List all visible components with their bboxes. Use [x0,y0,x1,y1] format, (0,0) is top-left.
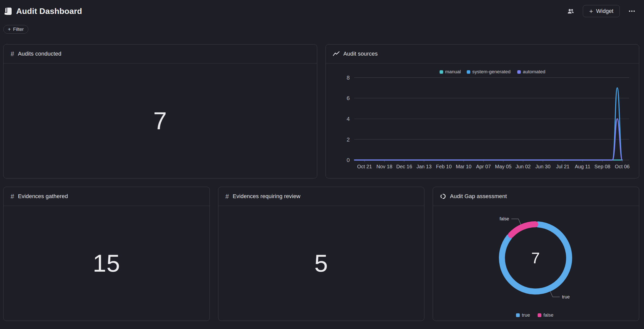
x-tick-label: Apr 07 [476,164,491,169]
legend-swatch [440,70,443,74]
slice-leader [512,219,521,225]
plus-icon: + [8,27,11,32]
hash-icon: # [225,193,229,200]
donut-segment-false[interactable] [511,224,535,235]
x-tick-label: Dec 16 [396,164,412,169]
widget-title: Audit sources [343,51,378,57]
widget-header: # Evidences gathered [4,187,210,206]
y-tick-label: 4 [347,116,350,122]
widget-body: 7 [4,63,317,178]
x-tick-label: Oct 06 [615,164,630,169]
widget-evidences-requiring-review: # Evidences requiring review 5 [218,187,425,321]
book-icon [4,7,13,15]
series-line-system-generated[interactable] [354,88,622,160]
widget-body: 02468Oct 21Nov 18Dec 16Jan 13Feb 10Mar 1… [326,63,639,178]
y-tick-label: 6 [347,95,350,101]
topbar-actions: + Widget [566,5,636,17]
widget-header: Audit Gap assessment [433,187,639,206]
x-tick-label: Mar 10 [456,164,471,169]
filter-row: + Filter [0,22,644,34]
legend-swatch [517,70,521,74]
x-tick-label: Jun 30 [535,164,550,169]
dashboard-grid: # Audits conducted 7 Audit sources 02468… [3,44,639,321]
filter-button[interactable]: + Filter [3,25,28,34]
widget-body: 5 [218,206,424,321]
widget-audits-conducted: # Audits conducted 7 [3,44,317,178]
widget-header: # Audits conducted [4,44,317,63]
slice-label-true: true [562,294,570,299]
hash-icon: # [11,193,14,200]
widget-header: # Evidences requiring review [218,187,424,206]
x-tick-label: Sep 08 [594,164,610,169]
hash-icon: # [11,51,14,57]
widget-title: Evidences gathered [18,193,68,200]
widget-title: Audit Gap assessment [450,193,507,200]
widget-title: Evidences requiring review [233,193,301,200]
widget-audit-sources: Audit sources 02468Oct 21Nov 18Dec 16Jan… [326,44,639,178]
legend-item-system-generated[interactable]: system-generated [467,69,510,74]
dashboard-title-group: Audit Dashboard [4,7,82,16]
trend-line-icon [333,51,340,57]
stat-value: 15 [93,249,120,277]
widget-audit-gap-assessment: Audit Gap assessment truefalse7truefalse [433,187,639,321]
page-title: Audit Dashboard [16,7,82,16]
add-widget-button[interactable]: + Widget [583,5,620,17]
donut-center-value: 7 [531,249,540,267]
people-icon[interactable] [566,7,575,15]
x-tick-label: Aug 11 [575,164,590,169]
legend-item-false[interactable]: false [538,312,554,318]
legend-label: manual [445,69,461,74]
y-tick-label: 0 [347,157,350,163]
legend-label: system-generated [472,69,510,74]
legend-item-automated[interactable]: automated [517,69,545,74]
x-tick-label: Jan 13 [416,164,431,169]
legend-item-true[interactable]: true [516,312,530,318]
donut-icon [440,193,446,199]
legend-swatch [467,70,470,74]
slice-label-false: false [500,216,509,221]
x-tick-label: Nov 18 [376,164,392,169]
legend-label: true [522,312,530,318]
legend-label: automated [523,69,545,74]
legend-item-manual[interactable]: manual [440,69,461,74]
audit-gap-donut-chart[interactable]: truefalse7truefalse [433,206,639,321]
widget-title: Audits conducted [18,51,61,57]
y-tick-label: 8 [347,75,350,81]
add-widget-label: Widget [596,8,613,14]
filter-label: Filter [13,27,24,32]
stat-value: 7 [153,107,167,135]
widget-body: truefalse7truefalse [433,206,639,321]
slice-leader [550,291,560,297]
topbar: Audit Dashboard + Widget [0,0,644,22]
audit-sources-chart[interactable]: 02468Oct 21Nov 18Dec 16Jan 13Feb 10Mar 1… [326,63,639,178]
widget-evidences-gathered: # Evidences gathered 15 [3,187,210,321]
stat-value: 5 [314,249,328,277]
more-options-icon[interactable] [627,9,636,13]
x-tick-label: Feb 10 [436,164,452,169]
widget-header: Audit sources [326,44,639,63]
x-tick-label: Oct 21 [357,164,372,169]
x-tick-label: Jun 02 [515,164,531,169]
x-tick-label: May 05 [495,164,511,169]
widget-body: 15 [4,206,210,321]
plus-icon: + [589,8,593,14]
legend-swatch [516,313,520,317]
x-tick-label: Jul 21 [556,164,569,169]
legend-swatch [538,313,541,317]
legend-label: false [543,312,554,318]
y-tick-label: 2 [347,136,350,143]
